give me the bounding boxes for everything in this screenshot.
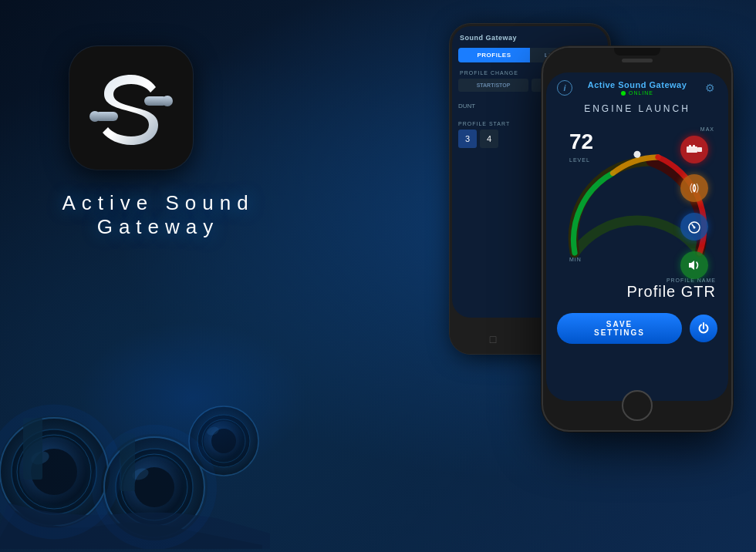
svg-rect-28	[697, 147, 702, 152]
profile-value: Profile GTR	[559, 283, 716, 301]
sound-wave-btn[interactable]	[680, 174, 708, 202]
info-icon[interactable]: i	[557, 80, 572, 96]
svg-rect-27	[687, 146, 697, 153]
speaker-bar	[622, 59, 653, 62]
svg-rect-29	[689, 145, 691, 147]
phones-container: Sound Gateway PROFILES LIMITATIONS PROFI…	[441, 23, 733, 432]
start-stop-btn[interactable]: START/STOP	[458, 79, 528, 92]
app-title-block: Active Sound Gateway	[31, 191, 285, 239]
svg-point-32	[694, 227, 696, 229]
phone-main: i Active Sound Gateway ONLINE ⚙ ENGINE L…	[542, 46, 733, 432]
phone-home-button[interactable]	[622, 390, 653, 421]
save-settings-button[interactable]: SAVE SETTINGS	[557, 313, 682, 344]
online-text: ONLINE	[629, 90, 653, 96]
online-indicator	[621, 91, 626, 96]
speedometer-btn[interactable]	[680, 213, 708, 241]
engine-warning-btn[interactable]	[680, 136, 708, 163]
screen-app-name: Active Sound Gateway	[588, 80, 687, 89]
exhaust-decor	[0, 241, 278, 552]
power-icon	[697, 322, 710, 335]
power-button[interactable]	[690, 315, 717, 342]
gear-icon[interactable]: ⚙	[702, 80, 717, 96]
online-status: ONLINE	[588, 90, 687, 96]
speaker-btn[interactable]	[680, 251, 708, 279]
profile-name-area: PROFILE NAME Profile GTR	[546, 274, 728, 307]
gauge-icons	[680, 136, 708, 279]
app-icon	[69, 46, 193, 170]
count-label: DUNT	[458, 103, 545, 109]
phone-notch	[543, 48, 731, 69]
screen-bottom: SAVE SETTINGS	[546, 307, 728, 350]
profile-num-4[interactable]: 4	[480, 130, 498, 148]
main-phone-screen: i Active Sound Gateway ONLINE ⚙ ENGINE L…	[546, 72, 728, 401]
app-icon-container	[69, 46, 193, 170]
svg-point-24	[89, 111, 100, 122]
svg-point-25	[162, 96, 173, 106]
engine-launch-title: ENGINE LAUNCH	[546, 100, 728, 120]
header-center: Active Sound Gateway ONLINE	[588, 80, 687, 96]
tab-profiles[interactable]: PROFILES	[458, 48, 530, 62]
gauge-area: 72 LEVEL MAX MIN	[554, 120, 721, 274]
app-title-text: Active Sound Gateway	[31, 191, 285, 239]
svg-rect-30	[693, 145, 695, 147]
screen-header: i Active Sound Gateway ONLINE ⚙	[546, 72, 728, 100]
svg-rect-18	[23, 418, 42, 480]
profile-num-3[interactable]: 3	[458, 130, 477, 148]
svg-point-26	[634, 151, 641, 158]
back-phone-header: Sound Gateway	[452, 31, 608, 45]
square-icon[interactable]: □	[486, 332, 500, 346]
